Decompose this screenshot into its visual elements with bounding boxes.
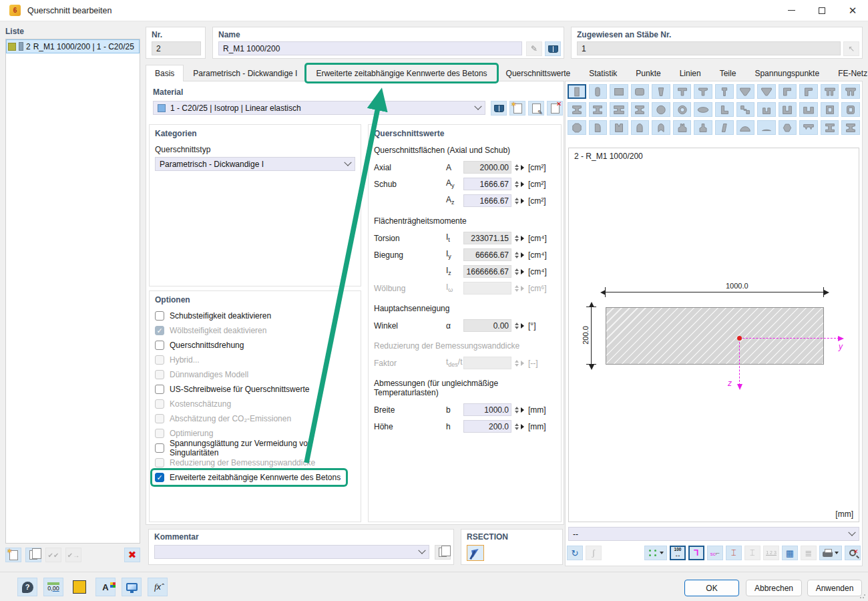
font-color-button[interactable]: A xyxy=(95,578,116,596)
option-erweiterte-zeitabhängige-kennwerte-des-b[interactable]: ✓Erweiterte zeitabhängige Kennwerte des … xyxy=(152,470,346,485)
display-settings-button[interactable] xyxy=(122,578,142,596)
rsection-export-button[interactable] xyxy=(467,545,484,561)
rotate-view-button[interactable]: ↻ xyxy=(567,546,583,560)
material-library-button[interactable] xyxy=(491,101,507,116)
print-button[interactable] xyxy=(819,546,842,560)
copy-section-button[interactable] xyxy=(25,548,41,562)
spinner[interactable] xyxy=(515,323,519,329)
shape-tile-pi-tapered[interactable] xyxy=(841,84,860,99)
option-querschnittsdrehung[interactable]: Querschnittsdrehung xyxy=(152,338,249,353)
shape-tile-ring[interactable] xyxy=(673,102,692,117)
checkbox[interactable]: ✓ xyxy=(155,473,164,482)
new-section-button[interactable]: ✶ xyxy=(5,548,21,562)
shape-tile-ibeam-tapered[interactable] xyxy=(568,102,586,117)
shape-tile-vee-tapered[interactable] xyxy=(757,84,776,99)
expand-arrow-icon[interactable] xyxy=(521,198,524,204)
shape-tile-vee-flat[interactable] xyxy=(736,84,755,99)
shape-tile-ibeam-tapered-3[interactable] xyxy=(841,120,860,135)
shape-tile-box-hollow[interactable] xyxy=(821,102,839,117)
spinner[interactable] xyxy=(515,423,519,430)
tab-erweiterte-zeitabhängige-kennwerte-des-betons[interactable]: Erweiterte zeitabhängige Kennwerte des B… xyxy=(306,65,496,81)
value-field[interactable]: 1000.0 xyxy=(463,403,511,416)
shape-tile-gamma-tee-tapered[interactable] xyxy=(799,84,818,99)
list-item[interactable]: 2R_M1 1000/200 | 1 - C20/25 xyxy=(6,39,140,53)
spinner[interactable] xyxy=(515,252,519,258)
shape-tile-ellipse[interactable] xyxy=(694,102,712,117)
shape-tile-segment[interactable] xyxy=(757,120,776,135)
tab-parametrisch-dickwandige-i[interactable]: Parametrisch - Dickwandige I xyxy=(184,65,306,81)
close-button[interactable]: ✕ xyxy=(837,0,868,21)
value-field[interactable]: 233071.15 xyxy=(463,232,511,244)
expand-arrow-icon[interactable] xyxy=(521,269,524,274)
material-edit-button[interactable]: ✎ xyxy=(528,101,544,116)
stress-points-button[interactable]: ⌶ xyxy=(726,546,742,560)
value-field[interactable]: 1666.67 xyxy=(463,178,511,190)
shape-tile-ibeam[interactable] xyxy=(589,102,608,117)
value-field[interactable]: 0.00 xyxy=(463,319,511,332)
number-field[interactable]: 2 xyxy=(152,41,201,55)
shape-tile-zee[interactable] xyxy=(736,102,755,117)
help-button[interactable]: ? xyxy=(17,578,37,596)
minimize-button[interactable] xyxy=(776,0,807,21)
numbering-button[interactable]: 1 2 3 xyxy=(763,546,779,560)
shape-tile-hexagon[interactable] xyxy=(779,120,797,135)
result-combo[interactable]: -- xyxy=(568,527,859,541)
shape-tile-arch[interactable] xyxy=(631,120,650,135)
tab-fe-netz[interactable]: FE-Netz xyxy=(829,65,868,81)
rename-button[interactable]: ✎ xyxy=(526,41,542,56)
shape-tile-ibeam-tapered-2[interactable] xyxy=(631,102,650,117)
shape-tile-pi[interactable] xyxy=(821,84,839,99)
shape-tile-ibeam-2[interactable] xyxy=(821,120,839,135)
shape-tile-pi-toothed[interactable] xyxy=(799,120,818,135)
shape-tile-rect[interactable] xyxy=(568,84,586,99)
shape-tile-channel-wide[interactable] xyxy=(799,102,818,117)
point-display-button[interactable] xyxy=(644,546,667,560)
tab-linien[interactable]: Linien xyxy=(670,65,710,81)
spinner[interactable] xyxy=(515,285,519,292)
shape-tile-trapezoid[interactable] xyxy=(652,84,670,99)
shape-tile-notched-rect[interactable] xyxy=(610,120,628,135)
value-field[interactable]: 1666666.67 xyxy=(463,265,511,278)
option-schubsteifigkeit-deaktivieren[interactable]: Schubsteifigkeit deaktivieren xyxy=(152,309,276,323)
shape-tile-channel-small[interactable] xyxy=(757,102,776,117)
material-new-button[interactable]: ✶ xyxy=(509,101,525,116)
name-field[interactable]: R_M1 1000/200 xyxy=(218,41,522,55)
zoom-reset-button[interactable] xyxy=(845,546,861,560)
value-field[interactable] xyxy=(463,282,511,294)
formula-button[interactable]: fx̂ xyxy=(148,578,168,596)
shape-tile-square-rounded[interactable] xyxy=(631,84,650,99)
comment-copy-button[interactable] xyxy=(435,545,451,560)
expand-arrow-icon[interactable] xyxy=(521,236,524,241)
axes-display-button[interactable]: Γ xyxy=(688,546,704,560)
comment-dropdown[interactable] xyxy=(154,545,429,559)
value-field[interactable]: 1666.67 xyxy=(463,194,511,207)
spinner[interactable] xyxy=(515,198,519,204)
checkbox[interactable] xyxy=(155,341,164,350)
shape-tile-castle[interactable] xyxy=(673,120,692,135)
tab-statistik[interactable]: Statistik xyxy=(580,65,626,81)
tab-punkte[interactable]: Punkte xyxy=(626,65,670,81)
shape-tile-semicircle[interactable] xyxy=(736,120,755,135)
check-transfer-button[interactable]: ✔→ xyxy=(65,548,81,562)
value-field[interactable] xyxy=(463,357,511,369)
tab-querschnittswerte[interactable]: Querschnittswerte xyxy=(497,65,580,81)
expand-arrow-icon[interactable] xyxy=(521,252,524,258)
cancel-button[interactable]: Abbrechen xyxy=(746,580,802,596)
shape-tile-angle-l[interactable] xyxy=(715,102,734,117)
shape-tile-gamma-tee[interactable] xyxy=(779,84,797,99)
value-field[interactable]: 2000.00 xyxy=(463,161,511,174)
tab-basis[interactable]: Basis xyxy=(146,65,184,81)
shape-tile-channel[interactable] xyxy=(779,102,797,117)
shape-tile-circle[interactable] xyxy=(652,102,670,117)
shape-tile-rect-rounded[interactable] xyxy=(589,84,608,99)
checkbox[interactable] xyxy=(155,385,164,394)
delete-section-button[interactable]: ✖ xyxy=(124,548,140,562)
expand-arrow-icon[interactable] xyxy=(521,424,524,429)
checkbox[interactable] xyxy=(155,311,164,321)
value-field[interactable]: 66666.67 xyxy=(463,248,511,261)
name-library-button[interactable] xyxy=(545,41,561,56)
apply-button[interactable]: Anwenden xyxy=(807,580,862,596)
expand-arrow-icon[interactable] xyxy=(521,323,524,329)
material-dropdown[interactable]: 1 - C20/25 | Isotrop | Linear elastisch xyxy=(153,101,485,115)
spinner[interactable] xyxy=(515,164,519,171)
